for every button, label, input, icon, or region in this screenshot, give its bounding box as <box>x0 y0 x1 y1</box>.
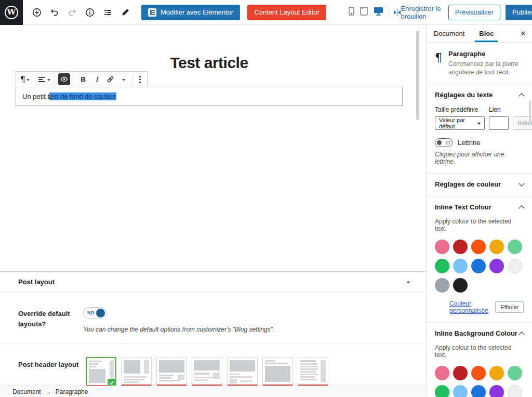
override-layouts-hint: You can change the default options from … <box>83 326 274 333</box>
close-icon[interactable]: ✕ <box>514 25 532 42</box>
highlight-tool-button[interactable] <box>57 72 72 87</box>
post-title[interactable]: Test article <box>16 54 403 72</box>
content-layout-editor-button[interactable]: Content Layout Editor <box>247 5 326 20</box>
more-rich-text-button[interactable] <box>117 72 130 87</box>
block-type-button[interactable]: ¶ <box>18 72 32 87</box>
dropcap-toggle[interactable] <box>435 138 453 147</box>
redo-button[interactable] <box>64 5 80 20</box>
color-swatch[interactable] <box>489 366 504 380</box>
bold-button[interactable]: B <box>76 72 90 87</box>
text-settings-section: Réglages du texte Taille prédéfinie Lien… <box>427 84 532 174</box>
link-button[interactable] <box>103 72 117 87</box>
preview-button[interactable]: Prévisualiser <box>448 5 500 20</box>
color-swatch[interactable] <box>435 259 449 273</box>
text-settings-header[interactable]: Réglages du texte <box>435 91 524 99</box>
color-swatch[interactable] <box>471 259 486 273</box>
breadcrumb-arrow-icon: → <box>45 388 51 395</box>
undo-button[interactable] <box>47 5 62 20</box>
color-swatch[interactable] <box>489 259 504 273</box>
tablet-preview-icon[interactable] <box>360 6 368 18</box>
inline-text-colour-header[interactable]: Inline Text Colour <box>435 203 524 211</box>
color-swatch[interactable] <box>489 385 504 397</box>
color-swatch[interactable] <box>508 366 522 380</box>
breadcrumb-current: Paragraphe <box>56 388 88 395</box>
color-swatch[interactable] <box>489 240 504 254</box>
desktop-preview-icon[interactable] <box>373 6 384 18</box>
italic-button[interactable]: I <box>90 72 103 87</box>
editor-workspace: Test article ¶ <box>0 25 532 397</box>
color-settings-header[interactable]: Réglages de couleur <box>435 180 524 188</box>
save-draft-link[interactable]: Enregistrer le brouillon <box>401 5 443 20</box>
color-swatch[interactable] <box>508 240 522 254</box>
toolbar-separator <box>389 8 389 17</box>
settings-sidebar: Document Bloc ✕ ¶ Paragraphe Commencez p… <box>426 25 532 397</box>
toggle-knob <box>96 309 105 317</box>
color-swatch[interactable] <box>471 385 486 397</box>
tab-bloc[interactable]: Bloc <box>472 25 501 42</box>
editor-scrollbar[interactable] <box>416 31 419 120</box>
block-options-button[interactable] <box>135 76 145 83</box>
inline-background-colour-section: Inline Background Colour Apply colour to… <box>427 323 532 397</box>
dropcap-label: Lettrine <box>458 139 480 147</box>
color-swatch[interactable] <box>435 278 449 293</box>
inline-background-colour-header[interactable]: Inline Background Colour <box>435 329 524 337</box>
chevron-up-icon <box>518 205 524 211</box>
mobile-preview-icon[interactable] <box>348 6 355 18</box>
edit-with-elementor-button[interactable]: Modifier avec Elementor <box>141 5 240 20</box>
list-view-icon[interactable] <box>100 5 115 20</box>
color-swatch[interactable] <box>435 366 449 380</box>
metabox-header[interactable]: Post layout <box>0 272 426 293</box>
edit-pencil-icon[interactable] <box>117 5 133 20</box>
color-swatch[interactable] <box>453 240 468 254</box>
sidebar-scrollbar[interactable] <box>529 100 531 124</box>
color-swatch[interactable] <box>471 366 486 380</box>
text-align-button[interactable] <box>36 72 52 87</box>
color-swatch[interactable] <box>508 385 522 397</box>
details-icon[interactable] <box>82 5 98 20</box>
block-toolbar: ¶ <box>16 71 148 87</box>
color-swatch[interactable] <box>453 385 468 397</box>
custom-colour-link[interactable]: Couleur personnalisée <box>449 300 495 314</box>
block-card: ¶ Paragraphe Commencez par la pierre ang… <box>427 43 532 84</box>
wordpress-block-editor: W Modifier avec Elementor <box>0 0 532 397</box>
override-layouts-toggle[interactable]: NO <box>83 307 107 319</box>
responsive-preview-toolbar <box>348 6 401 18</box>
collapse-triangle-icon[interactable] <box>406 281 410 283</box>
paragraph-icon: ¶ <box>435 51 442 76</box>
color-swatch[interactable] <box>471 240 486 254</box>
breadcrumb-document[interactable]: Document <box>12 388 41 395</box>
chevron-down-icon <box>518 181 524 187</box>
font-size-select[interactable]: Valeur par défaut <box>435 116 485 130</box>
sidebar-tabs: Document Bloc ✕ <box>427 25 532 43</box>
color-swatch[interactable] <box>453 366 468 380</box>
layout-preview <box>298 358 328 385</box>
wordpress-logo[interactable]: W <box>0 0 23 25</box>
custom-size-input[interactable] <box>489 116 509 130</box>
wordpress-w-icon: W <box>5 6 18 19</box>
color-swatch[interactable] <box>435 385 449 397</box>
add-block-button[interactable] <box>29 5 45 20</box>
paragraph-block[interactable]: Un petit test de fond de couleur <box>16 87 403 106</box>
color-swatch[interactable] <box>435 240 449 254</box>
color-swatch[interactable] <box>508 259 522 273</box>
font-size-label: Taille prédéfinie <box>435 106 489 113</box>
layout-preview <box>192 358 222 385</box>
collapse-width-icon[interactable] <box>394 9 401 16</box>
inline-background-colour-hint: Apply colour to the selected text. <box>435 344 524 359</box>
layout-preview <box>157 358 187 385</box>
editor-topbar: W Modifier avec Elementor <box>0 0 532 25</box>
chevron-down-icon <box>26 79 30 81</box>
color-settings-section: Réglages de couleur <box>427 174 532 196</box>
align-left-icon <box>38 76 46 83</box>
topbar-right-actions: Enregistrer le brouillon Prévisualiser P… <box>401 5 532 20</box>
paragraph-text: Un petit test de fond de couleur <box>22 92 116 100</box>
color-swatch[interactable] <box>453 259 468 273</box>
clear-colour-button[interactable]: Effacer <box>495 301 524 313</box>
block-card-title: Paragraphe <box>448 50 524 58</box>
tab-document[interactable]: Document <box>427 25 472 42</box>
text-colour-palette <box>435 240 524 293</box>
color-swatch[interactable] <box>453 278 468 293</box>
eye-icon <box>58 73 70 85</box>
publish-button[interactable]: Publier… <box>506 5 532 20</box>
background-colour-palette <box>435 366 524 397</box>
